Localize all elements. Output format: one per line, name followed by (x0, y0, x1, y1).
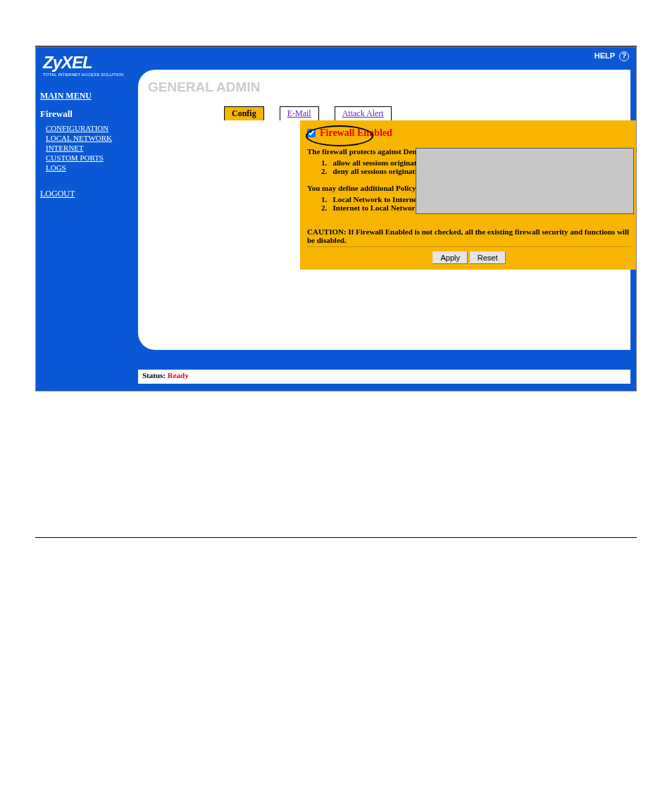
tab-attack-alert[interactable]: Attack Alert (335, 106, 392, 120)
status-value: Ready (168, 371, 189, 379)
router-admin-screenshot: HELP ? ZyXEL TOTAL INTERNET ACCESS SOLUT… (35, 46, 637, 391)
help-label: HELP (595, 51, 615, 60)
apply-button[interactable]: Apply (433, 251, 468, 264)
status-label: Status: (142, 371, 166, 379)
tab-config[interactable]: Config (224, 106, 264, 120)
bottom-rule (35, 537, 637, 538)
reset-button[interactable]: Reset (470, 251, 506, 264)
sidebar-item-local-network[interactable]: LOCAL NETWORK (46, 134, 135, 142)
tab-email-label: E-Mail (287, 108, 311, 118)
brand-logo: ZyXEL (36, 47, 636, 73)
config-panel: Firewall Enabled The firewall protects a… (300, 120, 637, 270)
firewall-enabled-label: Firewall Enabled (320, 127, 392, 139)
tab-attack-alert-label: Attack Alert (342, 108, 384, 118)
caution-text: CAUTION: If Firewall Enabled is not chec… (307, 227, 631, 247)
sidebar-item-custom-ports[interactable]: CUSTOM PORTS (46, 153, 135, 162)
sidebar-logout[interactable]: LOGOUT (40, 189, 135, 199)
tabstrip: Config E-Mail Attack Alert (224, 106, 625, 120)
status-bar: Status: Ready (138, 370, 630, 384)
sidebar-item-internet[interactable]: INTERNET (46, 144, 135, 152)
sidebar-main-menu[interactable]: MAIN MENU (40, 91, 135, 101)
sidebar: MAIN MENU Firewall CONFIGURATION LOCAL N… (40, 91, 135, 199)
help-link[interactable]: HELP ? (595, 51, 629, 61)
tab-email[interactable]: E-Mail (280, 106, 319, 120)
rule-2-text: deny all sessions originating (333, 167, 425, 175)
help-icon: ? (619, 51, 629, 61)
firewall-enabled-checkbox[interactable] (307, 129, 316, 137)
tab-config-label: Config (232, 108, 256, 118)
rule-1-text: allow all sessions originatin (333, 158, 423, 167)
sidebar-item-configuration[interactable]: CONFIGURATION (46, 124, 135, 132)
sidebar-item-logs[interactable]: LOGS (46, 163, 135, 172)
sidebar-section-firewall: Firewall (40, 108, 135, 120)
content-area: GENERAL ADMIN Config E-Mail Attack Alert… (138, 70, 630, 350)
callout-overlay-box (416, 148, 634, 214)
page-title: GENERAL ADMIN (148, 80, 625, 95)
